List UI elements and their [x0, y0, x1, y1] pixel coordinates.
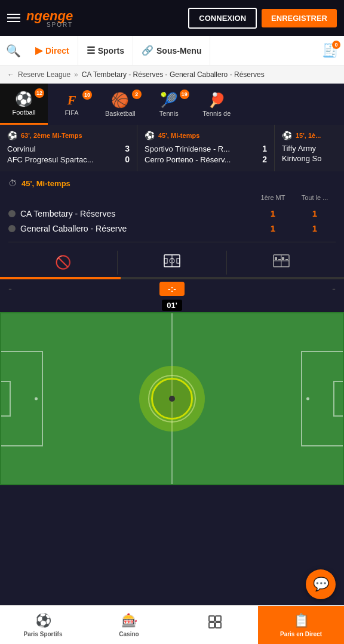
- goal-left: [1, 381, 11, 417]
- ball-highlight: [139, 366, 205, 432]
- paris-sportifs-label: Paris Sportifs: [23, 631, 62, 637]
- live-card-1-team2-row: Cerro Porteno - Réserv... 2: [145, 155, 267, 164]
- nav-items: ▶ Direct ☰ Sports 🔗 Sous-Menu: [27, 36, 322, 66]
- bottom-nav-casino[interactable]: 🎰 Casino: [86, 606, 172, 644]
- penalty-spot-right: [306, 398, 309, 400]
- tab-football[interactable]: ⚽ Football 12: [0, 84, 48, 125]
- score-header-1mt: 1ère MT: [252, 194, 294, 201]
- live-card-1-score1: 1: [262, 144, 267, 153]
- header: ngenge SPORT CONNEXION ENREGISTRER: [0, 0, 344, 36]
- ball-inner: [169, 396, 175, 402]
- live-card-2-team1: Tiffy Army: [282, 144, 316, 153]
- grid-icon: [208, 615, 222, 633]
- back-arrow[interactable]: ←: [7, 70, 14, 79]
- live-card-0-score2: 0: [125, 155, 130, 164]
- live-card-2-header: ⚽ 15', 1è...: [282, 131, 344, 140]
- live-card-1-team2: Cerro Porteno - Réserv...: [145, 155, 231, 164]
- live-card-1-score2: 2: [262, 155, 267, 164]
- header-buttons: CONNEXION ENREGISTRER: [188, 8, 337, 29]
- main-match: ⏱ 45', Mi-temps 1ère MT Tout le ... CA T…: [0, 171, 344, 277]
- cart-badge: 0: [332, 41, 340, 49]
- hamburger-menu[interactable]: [7, 14, 20, 22]
- live-card-0-team2: AFC Progresul Spartac...: [7, 155, 94, 164]
- nav-cart[interactable]: 🧾 0: [322, 43, 338, 58]
- nav-item-sousmenu[interactable]: 🔗 Sous-Menu: [133, 36, 210, 66]
- live-card-2[interactable]: ⚽ 15', 1è... Tiffy Army Kirivong So: [275, 125, 344, 171]
- team2-score-1mt: 1: [252, 223, 294, 233]
- field-header: - -:- -: [0, 279, 344, 298]
- connexion-button[interactable]: CONNEXION: [188, 8, 257, 29]
- breadcrumb-league[interactable]: Reserve League: [18, 70, 70, 79]
- casino-label: Casino: [119, 631, 139, 637]
- link-icon: 🔗: [142, 45, 153, 56]
- breadcrumb: ← Reserve League » CA Tembetary - Réserv…: [0, 66, 344, 84]
- football-icon: ⚽: [15, 91, 33, 107]
- play-icon: ▶: [35, 45, 42, 56]
- tab-tennis[interactable]: 🎾 Tennis 19: [145, 85, 193, 124]
- view-tabs: 🚫: [8, 242, 336, 277]
- live-card-1[interactable]: ⚽ 45', Mi-temps Sportivo Trinidense - R.…: [137, 125, 275, 171]
- svg-rect-12: [209, 616, 214, 621]
- live-matches-scroll: ⚽ 63', 2ème Mi-Temps Corvinul 3 AFC Prog…: [0, 125, 344, 171]
- team1-scores: 1 1: [252, 208, 336, 218]
- sports-tabs: ⚽ Football 12 F FIFA 10 🏀 Basketball 2 🎾…: [0, 84, 344, 125]
- breadcrumb-separator: »: [74, 70, 78, 79]
- svg-rect-13: [216, 616, 221, 621]
- chat-button[interactable]: 💬: [306, 569, 336, 599]
- tennis-label: Tennis: [159, 110, 179, 117]
- eye-off-icon: 🚫: [55, 255, 71, 270]
- team2-scores: 1 1: [252, 223, 336, 233]
- team1-score-total: 1: [294, 208, 336, 218]
- live-card-2-team2-row: Kirivong So: [282, 154, 344, 163]
- football-label: Football: [12, 109, 35, 116]
- live-card-0[interactable]: ⚽ 63', 2ème Mi-Temps Corvinul 3 AFC Prog…: [0, 125, 137, 171]
- nav-item-direct[interactable]: ▶ Direct: [27, 36, 78, 66]
- svg-rect-15: [216, 623, 221, 628]
- score-header-total: Tout le ...: [294, 194, 336, 201]
- tennis-icon: 🎾: [160, 92, 178, 109]
- tab-basketball[interactable]: 🏀 Basketball 2: [96, 85, 145, 124]
- ball: [151, 378, 193, 420]
- bottom-nav-grid[interactable]: [172, 606, 258, 644]
- search-icon[interactable]: 🔍: [6, 44, 21, 58]
- football-badge: 12: [35, 88, 44, 98]
- live-card-0-score1: 3: [125, 144, 130, 153]
- team2-info: General Caballero - Réserve: [8, 224, 252, 233]
- view-tab-stats[interactable]: [227, 248, 336, 277]
- goal-right: [333, 381, 343, 417]
- bottom-nav-paris-direct[interactable]: 📋 Paris en Direct: [258, 606, 344, 644]
- fifa-label: FIFA: [64, 109, 78, 116]
- match-scores-header: 1ère MT Tout le ...: [252, 194, 336, 201]
- field-right-score: -: [332, 283, 336, 295]
- breadcrumb-match: CA Tembetary - Réserves - General Caball…: [82, 70, 265, 79]
- team1-score-1mt: 1: [252, 208, 294, 218]
- field-minute: 01': [0, 298, 344, 312]
- tab-fifa[interactable]: F FIFA 10: [48, 85, 96, 124]
- enregistrer-button[interactable]: ENREGISTRER: [262, 9, 337, 27]
- match-time-row: ⏱ 45', Mi-temps: [8, 178, 336, 188]
- nav-bar: 🔍 ▶ Direct ☰ Sports 🔗 Sous-Menu 🧾 0: [0, 36, 344, 66]
- tab-tennis-table[interactable]: 🏓 Tennis de: [193, 85, 241, 124]
- live-card-0-team1: Corvinul: [7, 144, 36, 153]
- view-tab-hidden[interactable]: 🚫: [8, 248, 117, 277]
- bottom-nav-paris-sportifs[interactable]: ⚽ Paris Sportifs: [0, 606, 86, 644]
- casino-icon: 🎰: [121, 613, 137, 628]
- team2-score-total: 1: [294, 223, 336, 233]
- view-tab-field[interactable]: [118, 248, 226, 277]
- svg-rect-10: [282, 257, 284, 260]
- nav-sports-label: Sports: [98, 46, 124, 56]
- live-card-1-header: ⚽ 45', Mi-temps: [145, 131, 267, 140]
- logo-text: ngenge: [26, 8, 73, 23]
- svg-rect-11: [285, 259, 288, 260]
- field-left-score: -: [8, 283, 12, 295]
- paris-direct-icon: 📋: [293, 613, 309, 628]
- bottom-nav: ⚽ Paris Sportifs 🎰 Casino 📋 Paris en Dir…: [0, 605, 344, 644]
- team1-dot: [8, 210, 16, 217]
- team1-name: CA Tembetary - Réserves: [20, 209, 115, 218]
- live-card-1-time: 45', Mi-temps: [158, 132, 199, 139]
- live-card-0-team2-row: AFC Progresul Spartac... 0: [7, 155, 130, 164]
- table-tennis-label: Tennis de: [202, 110, 231, 117]
- football-pitch: [0, 312, 344, 485]
- table-tennis-icon: 🏓: [208, 92, 226, 109]
- nav-item-sports[interactable]: ☰ Sports: [78, 36, 133, 66]
